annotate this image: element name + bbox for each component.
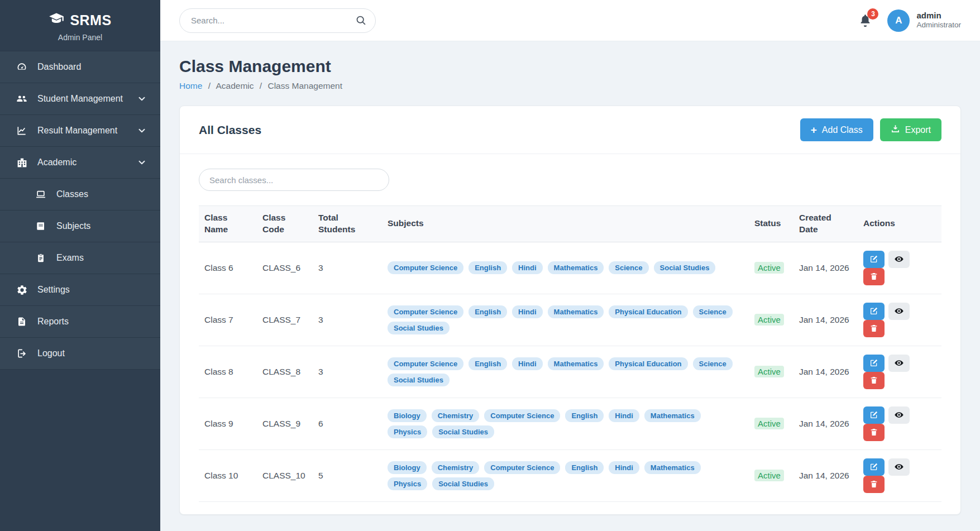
cell-subjects: Computer ScienceEnglishHindiMathematicsS… [382, 242, 749, 294]
cell-class-name: Class 9 [199, 398, 257, 449]
edit-button[interactable] [863, 251, 885, 268]
subject-badge: Physical Education [609, 357, 687, 370]
subject-badge: Computer Science [484, 461, 560, 474]
cell-class-code: CLASS_10 [257, 449, 313, 501]
sidebar-item-result-management[interactable]: Result Management [0, 115, 160, 147]
subject-badge: Computer Science [484, 409, 560, 422]
cell-class-code: CLASS_9 [257, 398, 313, 449]
classes-search-input[interactable] [199, 169, 389, 191]
subject-badge: Hindi [512, 357, 543, 370]
edit-icon [869, 410, 878, 419]
sidebar-nav: DashboardStudent ManagementResult Manage… [0, 51, 160, 370]
page-content: Class Management Home / Academic / Class… [160, 41, 980, 531]
book-icon [35, 221, 47, 231]
brand: SRMS Admin Panel [0, 0, 160, 51]
subject-badge: Mathematics [644, 461, 701, 474]
cell-class-name: Class 8 [199, 346, 257, 398]
add-class-button[interactable]: + Add Class [800, 118, 873, 141]
brand-subtitle: Admin Panel [6, 33, 155, 42]
search-icon[interactable] [355, 15, 367, 28]
sidebar-item-label: Academic [37, 157, 127, 168]
sidebar-item-logout[interactable]: Logout [0, 338, 160, 370]
cell-status: Active [749, 294, 793, 346]
subject-badge: Mathematics [548, 305, 604, 318]
subject-badge: Computer Science [388, 305, 463, 318]
col-header-created-date: Created Date [793, 206, 858, 242]
sidebar-item-dashboard[interactable]: Dashboard [0, 51, 160, 83]
table-row: Class 10CLASS_105BiologyChemistryCompute… [199, 449, 941, 501]
sidebar-item-settings[interactable]: Settings [0, 274, 160, 306]
subject-badge: Hindi [609, 461, 639, 474]
trash-icon [869, 428, 878, 437]
classes-search [199, 169, 941, 191]
delete-button[interactable] [863, 320, 885, 337]
notification-count-badge: 3 [867, 8, 878, 20]
view-button[interactable] [888, 406, 910, 424]
cell-total-students: 6 [313, 398, 382, 449]
cell-subjects: Computer ScienceEnglishHindiMathematicsP… [382, 294, 749, 346]
delete-button[interactable] [863, 268, 885, 285]
search-input[interactable] [179, 8, 376, 33]
chevron-down-icon [137, 157, 147, 168]
users-icon [16, 93, 28, 105]
view-button[interactable] [888, 458, 910, 476]
subject-badge: Computer Science [388, 357, 463, 370]
breadcrumb-separator: / [260, 81, 262, 90]
status-badge: Active [754, 314, 784, 326]
sidebar-item-academic[interactable]: Academic [0, 147, 160, 179]
delete-button[interactable] [863, 372, 885, 389]
subject-badge: Hindi [512, 261, 543, 274]
edit-button[interactable] [863, 303, 885, 320]
col-header-class-code: Class Code [257, 206, 313, 242]
chart-line-icon [16, 125, 28, 136]
trash-icon [869, 324, 878, 333]
edit-button[interactable] [863, 355, 885, 372]
subject-badge: Science [693, 305, 733, 318]
sidebar-item-classes[interactable]: Classes [0, 179, 160, 211]
subject-badge: Science [609, 261, 648, 274]
edit-button[interactable] [863, 458, 885, 476]
view-button[interactable] [888, 303, 910, 320]
edit-icon [869, 358, 878, 367]
subject-badge: Computer Science [388, 261, 463, 274]
subject-badge: Mathematics [548, 261, 604, 274]
cell-created-date: Jan 14, 2026 [793, 242, 858, 294]
status-badge: Active [754, 366, 784, 377]
avatar: A [887, 9, 910, 32]
cell-subjects: Computer ScienceEnglishHindiMathematicsP… [382, 346, 749, 398]
export-button[interactable]: Export [880, 118, 941, 141]
bell-icon [858, 20, 873, 30]
cell-class-code: CLASS_7 [257, 294, 313, 346]
cell-class-code: CLASS_6 [257, 242, 313, 294]
view-button[interactable] [888, 355, 910, 372]
edit-button[interactable] [863, 406, 885, 424]
file-icon [16, 317, 28, 327]
sidebar: SRMS Admin Panel DashboardStudent Manage… [0, 0, 160, 531]
user-menu[interactable]: A admin Administrator [887, 9, 961, 32]
sidebar-item-exams[interactable]: Exams [0, 242, 160, 274]
sidebar-item-subjects[interactable]: Subjects [0, 211, 160, 242]
sidebar-item-label: Settings [37, 285, 147, 295]
sidebar-item-label: Exams [56, 253, 147, 263]
cell-created-date: Jan 14, 2026 [793, 449, 858, 501]
sidebar-item-label: Student Management [37, 94, 127, 104]
notifications-button[interactable]: 3 [858, 11, 876, 30]
breadcrumb-home-link[interactable]: Home [179, 81, 202, 90]
delete-button[interactable] [863, 424, 885, 441]
sidebar-item-label: Dashboard [37, 62, 147, 72]
delete-button[interactable] [863, 476, 885, 493]
user-name: admin [916, 11, 961, 21]
brand-name: SRMS [70, 12, 111, 28]
view-button[interactable] [888, 251, 910, 268]
sidebar-item-student-management[interactable]: Student Management [0, 83, 160, 115]
trash-icon [869, 376, 878, 385]
sidebar-item-label: Logout [37, 348, 147, 358]
subject-badge: Social Studies [388, 374, 450, 386]
breadcrumb: Home / Academic / Class Management [179, 81, 961, 91]
sidebar-item-reports[interactable]: Reports [0, 306, 160, 338]
eye-icon [894, 358, 904, 368]
cell-total-students: 3 [313, 294, 382, 346]
subject-badge: Hindi [512, 305, 543, 318]
clipboard-icon [35, 253, 47, 263]
cell-total-students: 3 [313, 242, 382, 294]
